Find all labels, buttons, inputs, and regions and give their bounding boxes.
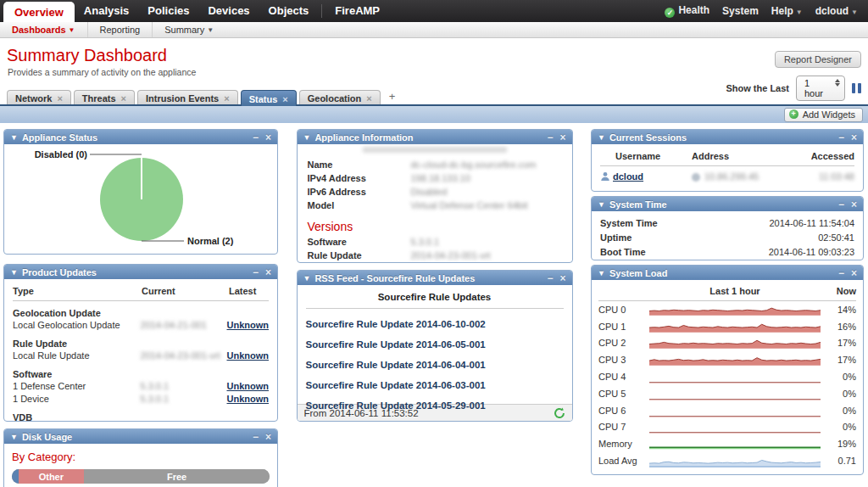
uptime-value: 02:50:41 xyxy=(818,231,854,245)
collapse-chevron-icon[interactable]: ▼ xyxy=(598,200,605,209)
collapse-chevron-icon[interactable]: ▼ xyxy=(303,133,311,142)
latest-unknown-link[interactable]: Unknown xyxy=(227,381,270,391)
nav-health[interactable]: ✓Health xyxy=(665,4,709,18)
uptime-row: Uptime02:50:41 xyxy=(600,231,854,245)
update-type: 1 Defense Center xyxy=(13,380,141,393)
load-row-memory: Memory19% xyxy=(598,435,856,452)
row-label: Load Avg xyxy=(598,456,649,466)
minimize-icon[interactable]: − xyxy=(253,132,259,143)
collapse-chevron-icon[interactable]: ▼ xyxy=(10,133,18,142)
collapse-chevron-icon[interactable]: ▼ xyxy=(598,269,605,277)
minimize-icon[interactable]: − xyxy=(547,132,553,143)
report-designer-button[interactable]: Report Designer xyxy=(775,51,861,68)
group-software: Software xyxy=(13,368,269,380)
tab-intrusion-events[interactable]: Intrusion Events× xyxy=(137,90,238,104)
widget-header[interactable]: ▼ Appliance Status − × xyxy=(4,130,277,144)
geolocation-update-label: Geolocation Update xyxy=(308,262,411,263)
nav-devices[interactable]: Devices xyxy=(198,0,259,22)
update-type: Local Rule Update xyxy=(13,350,141,362)
widget-header[interactable]: ▼ RSS Feed - Sourcefire Rule Updates − × xyxy=(298,271,572,285)
load-row-cpu4: CPU 40% xyxy=(598,368,856,385)
close-icon[interactable]: × xyxy=(851,268,857,278)
latest-unknown-link[interactable]: Unknown xyxy=(227,394,270,404)
subnav-summary[interactable]: Summary▼ xyxy=(153,22,225,37)
nav-policies[interactable]: Policies xyxy=(138,0,198,22)
widget-header[interactable]: ▼ Disk Usage − × xyxy=(4,429,277,444)
time-range-select[interactable]: 1 hour xyxy=(796,76,845,101)
nav-fireamp[interactable]: FireAMP xyxy=(326,0,389,22)
tab-status[interactable]: Status× xyxy=(241,90,297,106)
page-title: Summary Dashboard xyxy=(7,46,868,65)
nav-help[interactable]: Help▼ xyxy=(771,5,803,17)
nav-user-menu[interactable]: dcloud▼ xyxy=(815,5,858,17)
tab-threats[interactable]: Threats× xyxy=(74,90,135,104)
cpu7-sparkline xyxy=(649,420,821,434)
tab-network[interactable]: Network× xyxy=(7,90,71,104)
widget-header[interactable]: ▼ Appliance Information − × xyxy=(298,130,572,144)
collapse-chevron-icon[interactable]: ▼ xyxy=(303,274,311,283)
nav-analysis[interactable]: Analysis xyxy=(75,0,138,22)
pause-refresh-button[interactable] xyxy=(852,83,861,93)
close-tab-icon[interactable]: × xyxy=(366,93,371,104)
close-icon[interactable]: × xyxy=(559,132,565,143)
tab-geolocation[interactable]: Geolocation× xyxy=(299,90,381,104)
minimize-icon[interactable]: − xyxy=(838,132,844,143)
widget-header[interactable]: ▼ Product Updates − × xyxy=(4,265,277,279)
minimize-icon[interactable]: − xyxy=(547,273,553,283)
subnav-dashboards[interactable]: Dashboards▼ xyxy=(0,22,88,37)
ipv6-value-redacted: Disabled xyxy=(411,185,448,199)
disk-usage-stacked-bar: Other Free xyxy=(12,469,270,484)
close-tab-icon[interactable]: × xyxy=(282,94,287,104)
collapse-chevron-icon[interactable]: ▼ xyxy=(598,133,605,142)
minimize-icon[interactable]: − xyxy=(838,268,844,278)
boot-time-row: Boot Time2014-06-11 09:03:23 xyxy=(600,245,854,260)
column-now: Now xyxy=(821,286,856,296)
latest-unknown-link[interactable]: Unknown xyxy=(227,320,270,330)
load-row-loadavg: Load Avg0.71 xyxy=(598,452,856,469)
session-user-link[interactable]: dcloud xyxy=(613,171,643,182)
disk-segment-free: Free xyxy=(84,469,270,484)
geolocation-update-value-redacted: 2014-04-21-001 xyxy=(411,262,477,263)
table-row: 1 Device 5.3.0.1 Unknown xyxy=(13,393,269,406)
add-tab-button[interactable]: + xyxy=(383,90,402,104)
widget-header[interactable]: ▼ System Load − × xyxy=(592,266,863,280)
pie-label-disabled: Disabled (0) xyxy=(35,149,88,160)
widget-rss-feed: ▼ RSS Feed - Sourcefire Rule Updates − ×… xyxy=(297,270,573,422)
reporting-label: Reporting xyxy=(100,25,141,35)
close-tab-icon[interactable]: × xyxy=(57,93,62,104)
minimize-icon[interactable]: − xyxy=(253,267,259,277)
nav-overview[interactable]: Overview xyxy=(3,2,75,22)
collapse-chevron-icon[interactable]: ▼ xyxy=(10,268,18,277)
rss-item-link[interactable]: Sourcefire Rule Update 2014-06-10-002 xyxy=(306,319,564,329)
latest-unknown-link[interactable]: Unknown xyxy=(227,350,270,361)
cpu5-sparkline xyxy=(649,387,821,400)
collapse-chevron-icon[interactable]: ▼ xyxy=(10,433,18,441)
refresh-icon[interactable] xyxy=(554,407,565,419)
model-label: Model xyxy=(308,199,411,212)
close-icon[interactable]: × xyxy=(851,132,857,143)
widget-header[interactable]: ▼ Current Sessions − × xyxy=(592,130,863,144)
close-icon[interactable]: × xyxy=(265,432,271,442)
minimize-icon[interactable]: − xyxy=(253,432,259,442)
nav-objects[interactable]: Objects xyxy=(259,0,319,22)
memory-sparkline xyxy=(649,437,821,451)
rss-item-link[interactable]: Sourcefire Rule Update 2014-06-03-001 xyxy=(306,380,564,390)
close-tab-icon[interactable]: × xyxy=(121,93,126,104)
versions-heading: Versions xyxy=(308,220,562,233)
close-tab-icon[interactable]: × xyxy=(224,93,229,104)
close-icon[interactable]: × xyxy=(851,199,857,210)
more-items-link[interactable]: 5 more... xyxy=(306,421,342,422)
close-icon[interactable]: × xyxy=(559,273,565,283)
minimize-icon[interactable]: − xyxy=(838,199,844,210)
add-widgets-button[interactable]: +Add Widgets xyxy=(784,108,863,122)
close-icon[interactable]: × xyxy=(265,267,271,277)
close-icon[interactable]: × xyxy=(265,132,271,143)
widget-header[interactable]: ▼ System Time − × xyxy=(592,197,863,211)
row-label: CPU 2 xyxy=(598,338,649,348)
username-label: dcloud xyxy=(815,5,849,17)
redacted-banner xyxy=(363,147,507,153)
rss-item-link[interactable]: Sourcefire Rule Update 2014-06-05-001 xyxy=(306,339,564,350)
subnav-reporting[interactable]: Reporting xyxy=(88,22,153,37)
nav-system[interactable]: System xyxy=(722,5,759,17)
rss-item-link[interactable]: Sourcefire Rule Update 2014-06-04-001 xyxy=(306,360,564,370)
